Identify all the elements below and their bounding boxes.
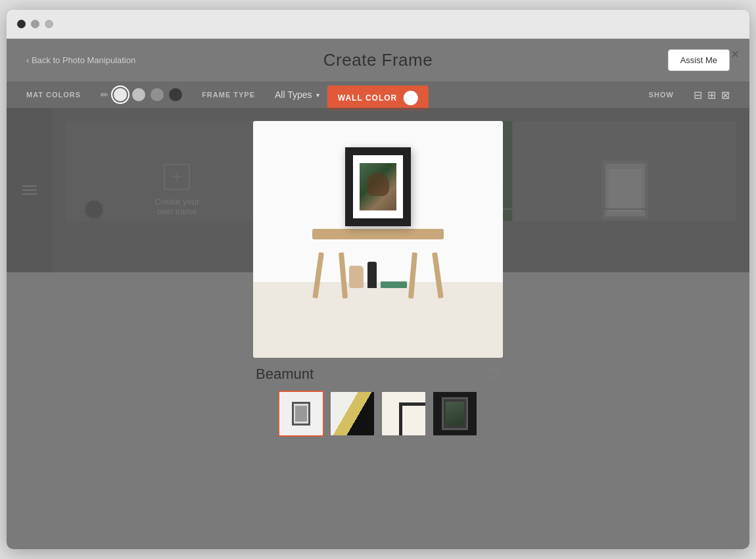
thumb-partial-frame (399, 402, 425, 435)
close-dot[interactable] (17, 20, 26, 28)
thumb-image-2 (331, 392, 374, 435)
thumb-frame-inner-1 (292, 402, 310, 425)
mat-swatch-3[interactable] (151, 88, 164, 101)
product-name: Beamunt (256, 366, 314, 383)
wall-color-label: WALL COLOR (338, 93, 397, 103)
thumb-dark-frame (442, 397, 468, 430)
thumb-gradient-2 (331, 392, 374, 435)
pencil-icon[interactable]: ✏ (101, 89, 108, 100)
mat-colors-row: ✏ (101, 88, 182, 101)
product-thumbnails (253, 391, 503, 437)
main-area: + Create your own frame (7, 108, 749, 272)
thumb-dark-photo (446, 402, 464, 425)
modal-overlay: Beamunt ♡ (7, 108, 749, 272)
coral-decoration (349, 266, 364, 288)
thumb-image-1 (279, 392, 323, 435)
wall-color-toggle (404, 91, 418, 105)
art-frame-wrapper (345, 147, 411, 226)
art-mat (353, 155, 403, 218)
close-button[interactable]: × (731, 47, 739, 62)
frame-type-value: All Types (275, 89, 312, 100)
assist-button[interactable]: Assist Me (668, 49, 730, 71)
thumbnail-3[interactable] (381, 391, 427, 437)
large-view-icon[interactable]: ⊠ (721, 89, 730, 101)
modal-card (253, 121, 503, 358)
chevron-down-icon: ▾ (316, 91, 319, 99)
thumb-photo-1 (295, 406, 307, 422)
mat-colors-label: MAT COLORS (26, 91, 81, 99)
app-content: ‹ Back to Photo Manipulation Create Fram… (7, 39, 749, 549)
thumb-image-4 (433, 392, 477, 435)
art-photo (360, 163, 396, 210)
top-nav: ‹ Back to Photo Manipulation Create Fram… (7, 39, 749, 82)
back-link[interactable]: ‹ Back to Photo Manipulation (26, 55, 135, 65)
product-info: Beamunt ♡ (253, 358, 503, 391)
mat-swatch-2[interactable] (132, 88, 145, 101)
show-label: SHOW (649, 91, 674, 99)
heart-icon[interactable]: ♡ (487, 366, 500, 383)
room-floor (253, 282, 503, 358)
maximize-dot[interactable] (45, 20, 53, 28)
grid-view-icon[interactable]: ⊟ (694, 89, 702, 101)
minimize-dot[interactable] (31, 20, 39, 28)
mat-swatch-4[interactable] (169, 88, 182, 101)
filter-bar: MAT COLORS ✏ FRAME TYPE All Types ▾ WALL… (7, 82, 749, 108)
lamp-decoration (367, 262, 377, 288)
browser-window: ‹ Back to Photo Manipulation Create Fram… (7, 10, 749, 549)
bench-top (312, 229, 444, 239)
frame-type-label: FRAME TYPE (202, 91, 255, 99)
art-frame (345, 147, 411, 226)
bench-items (349, 262, 407, 288)
thumb-image-3 (382, 392, 425, 435)
mat-swatch-1[interactable] (114, 88, 127, 101)
thumbnail-2[interactable] (329, 391, 375, 437)
thumbnail-4[interactable] (432, 391, 478, 437)
list-view-icon[interactable]: ⊞ (707, 89, 716, 101)
thumbnail-1[interactable] (278, 391, 324, 437)
frame-type-select[interactable]: All Types ▾ (275, 89, 319, 100)
wall-color-button[interactable]: WALL COLOR (327, 85, 429, 110)
browser-titlebar (7, 10, 749, 39)
room-scene (253, 121, 503, 358)
show-icons: ⊟ ⊞ ⊠ (694, 89, 730, 101)
page-title: Create Frame (323, 50, 433, 70)
book-decoration (381, 281, 407, 288)
